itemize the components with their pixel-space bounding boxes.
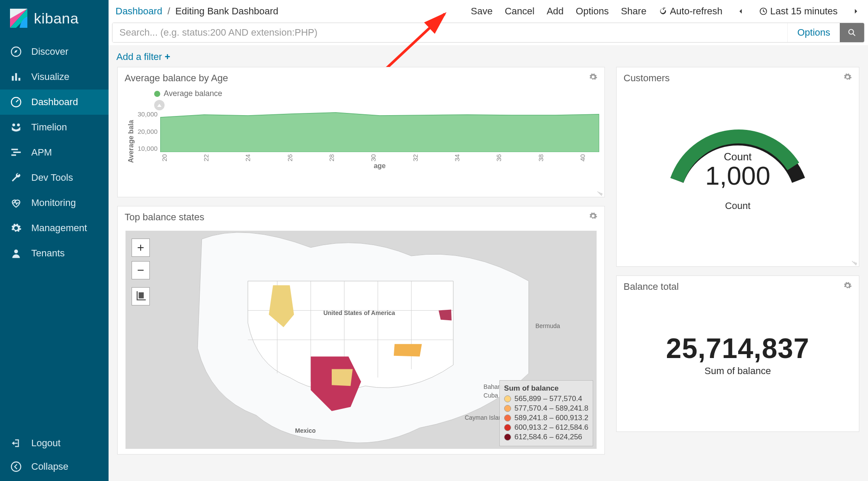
y-tick: 20,000 <box>138 128 158 135</box>
refresh-icon <box>659 7 667 16</box>
map-zoom-controls: + − <box>132 239 150 305</box>
resize-handle[interactable] <box>851 259 858 265</box>
sidebar-item-label: Collapse <box>31 461 69 472</box>
sidebar-item-label: Tenants <box>31 248 65 259</box>
add-button[interactable]: Add <box>547 6 564 17</box>
zoom-in-button[interactable]: + <box>132 239 150 257</box>
search-submit-button[interactable] <box>840 23 864 42</box>
sidebar-item-label: Timelion <box>31 122 67 133</box>
gauge-sublabel: Count <box>725 200 751 212</box>
sidebar-item-logout[interactable]: Logout <box>0 431 109 455</box>
sidebar-item-label: Dashboard <box>31 96 78 108</box>
sidebar-item-label: Logout <box>31 438 60 449</box>
fit-bounds-button[interactable] <box>132 287 150 305</box>
gear-icon <box>589 73 597 81</box>
sidebar-item-devtools[interactable]: Dev Tools <box>0 165 109 190</box>
panel-settings-button[interactable] <box>589 73 597 84</box>
legend-item: 577,570.4 – 589,241.8 <box>515 404 588 413</box>
gauge-value: 1,000 <box>705 163 770 189</box>
compass-icon <box>10 46 23 57</box>
legend-label: Average balance <box>164 89 222 98</box>
map-label: United States of America <box>323 309 395 316</box>
y-tick: 30,000 <box>138 110 158 118</box>
gear-icon <box>843 73 852 81</box>
kibana-logo-icon <box>10 9 28 28</box>
sidebar-item-management[interactable]: Management <box>0 216 109 241</box>
x-tick: 30 <box>370 154 377 162</box>
panel-settings-button[interactable] <box>843 73 852 84</box>
auto-refresh-button[interactable]: Auto-refresh <box>659 6 723 17</box>
sidebar-item-tenants[interactable]: Tenants <box>0 241 109 266</box>
legend-item: 612,584.6 – 624,256 <box>515 433 582 441</box>
breadcrumb: Dashboard / Editing Bank Dashboard <box>112 6 278 17</box>
zoom-out-button[interactable]: − <box>132 261 150 279</box>
timelion-icon <box>10 122 23 133</box>
map[interactable]: United States of America Mexico Bermuda … <box>125 231 597 449</box>
legend-item: 589,241.8 – 600,913.2 <box>515 414 588 422</box>
chart-collapse-button[interactable] <box>154 100 165 110</box>
chart-legend: Average balance <box>154 89 599 98</box>
auto-refresh-label: Auto-refresh <box>670 6 723 17</box>
svg-point-10 <box>17 123 20 126</box>
svg-marker-4 <box>14 50 18 53</box>
brand-label: kibana <box>34 10 79 27</box>
metric-label: Sum of balance <box>705 365 771 377</box>
nav: Discover Visualize Dashboard Timelion AP… <box>0 39 109 431</box>
gear-icon <box>843 281 852 290</box>
x-tick: 34 <box>453 154 460 162</box>
time-prev-button[interactable] <box>735 7 747 15</box>
gear-icon <box>10 222 23 234</box>
cancel-button[interactable]: Cancel <box>505 6 534 17</box>
panel-settings-button[interactable] <box>843 281 852 292</box>
sidebar-item-label: Monitoring <box>31 197 76 209</box>
options-button[interactable]: Options <box>576 6 609 17</box>
svg-rect-11 <box>11 149 18 150</box>
sidebar-item-dashboard[interactable]: Dashboard <box>0 90 109 115</box>
clock-icon <box>759 7 768 16</box>
panel-avg-balance: Average balance by Age Average balance A… <box>117 67 605 197</box>
sidebar-item-apm[interactable]: APM <box>0 140 109 165</box>
svg-rect-13 <box>11 154 16 156</box>
x-tick: 22 <box>202 154 210 162</box>
resize-handle[interactable] <box>597 189 603 196</box>
add-filter-button[interactable]: Add a filter + <box>116 51 170 63</box>
panel-title: Customers <box>624 73 670 84</box>
share-button[interactable]: Share <box>621 6 647 17</box>
brand[interactable]: kibana <box>0 0 109 39</box>
save-button[interactable]: Save <box>471 6 492 17</box>
panel-settings-button[interactable] <box>589 212 597 223</box>
sidebar-item-visualize[interactable]: Visualize <box>0 64 109 90</box>
search-options-link[interactable]: Options <box>787 23 840 42</box>
wrench-icon <box>10 172 23 183</box>
bar-chart-icon <box>10 71 23 83</box>
map-label: Mexico <box>295 427 316 434</box>
sidebar-item-monitoring[interactable]: Monitoring <box>0 190 109 216</box>
logout-icon <box>10 438 23 449</box>
x-tick: 28 <box>328 154 335 162</box>
search-icon <box>847 28 857 37</box>
svg-rect-12 <box>13 152 21 153</box>
map-legend: Sum of balance 565,899 – 577,570.4 577,5… <box>499 380 593 446</box>
sidebar-item-label: Dev Tools <box>31 172 73 183</box>
time-next-button[interactable] <box>850 7 862 15</box>
time-picker[interactable]: Last 15 minutes <box>759 6 838 17</box>
x-tick: 36 <box>495 154 502 162</box>
metric-value: 25,714,837 <box>666 332 809 365</box>
panel-balance-total: Balance total 25,714,837 Sum of balance <box>616 275 859 432</box>
breadcrumb-root[interactable]: Dashboard <box>116 6 162 17</box>
topbar: Dashboard / Editing Bank Dashboard Save … <box>109 0 868 45</box>
sidebar-item-collapse[interactable]: Collapse <box>0 455 109 478</box>
sidebar-item-label: Discover <box>31 46 69 57</box>
svg-point-9 <box>12 123 15 126</box>
sidebar-item-discover[interactable]: Discover <box>0 39 109 64</box>
svg-rect-5 <box>12 76 13 81</box>
search-input[interactable] <box>112 23 787 42</box>
panel-top-states: Top balance states <box>117 206 605 454</box>
sidebar-item-timelion[interactable]: Timelion <box>0 115 109 140</box>
x-tick: 20 <box>160 154 168 162</box>
time-range-label: Last 15 minutes <box>770 6 838 17</box>
breadcrumb-sep: / <box>168 6 170 17</box>
x-tick: 24 <box>244 154 251 162</box>
x-tick: 40 <box>578 154 586 162</box>
add-filter-label: Add a filter <box>116 51 162 63</box>
